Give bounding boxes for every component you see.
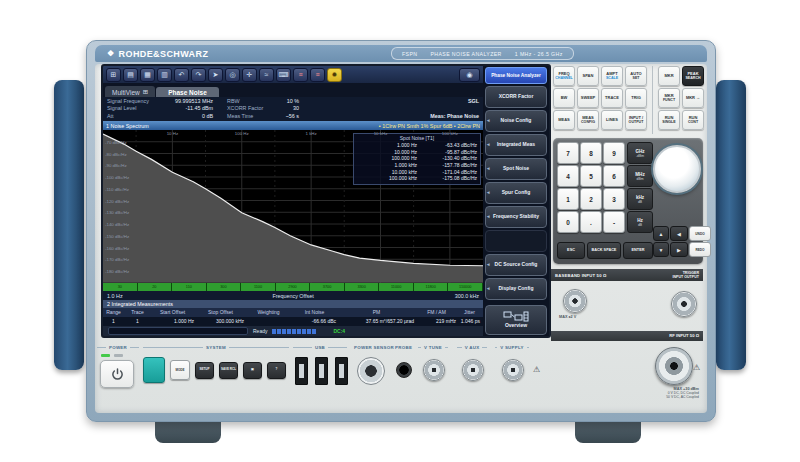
power-button[interactable] [100,360,134,388]
key-4[interactable]: 4 [557,165,579,187]
keyboard-icon[interactable]: ⌨ [276,68,291,82]
hardkey-freq-channel[interactable]: FREQCHANNEL [553,66,575,86]
hardkey-trig[interactable]: TRIG [625,88,647,108]
arrow-down-key[interactable]: ▼ [653,242,669,257]
progress-block [277,329,281,334]
hardkey-meas-config[interactable]: MEASCONFIG [577,110,599,130]
marker-icon[interactable]: ✛ [242,68,257,82]
softkey-spur-config[interactable]: ◂Spur Config [485,182,547,204]
softkey-integrated-meas[interactable]: ◂Integrated Meas [485,134,547,156]
select-icon[interactable]: ➤ [208,68,223,82]
rotary-knob[interactable] [653,145,701,193]
power-icon [111,368,124,381]
redo-button[interactable]: REDO [689,242,711,257]
windows-icon[interactable]: ⊞ [106,68,121,82]
softkey-dc-source-config[interactable]: ◂DC Source Config [485,254,547,276]
esc-key[interactable]: ESC [557,242,585,259]
key-khz[interactable]: kHzdB [627,188,653,210]
hardkey-peak-search[interactable]: PEAKSEARCH [682,66,704,86]
key-mhz[interactable]: MHzdBm [627,165,653,187]
softkey-noise-config[interactable]: ◂Noise Config [485,110,547,132]
hardkey-span[interactable]: SPAN [577,66,599,86]
tab-phase-noise[interactable]: Phase Noise [156,87,219,97]
xcorr-factor-label: XCORR Factor [227,105,273,112]
y-tick-label: -70 dBc/Hz [105,139,127,144]
key-hz[interactable]: HzdB [627,211,653,233]
undo-icon[interactable]: ↶ [174,68,189,82]
key-2[interactable]: 2 [580,188,602,210]
key-ghz[interactable]: GHz-dBm [627,142,653,164]
spot-noise-row: 100.000 kHz-175.08 dBc/Hz [357,175,477,182]
status-bar: Ready DC:4 [103,326,483,336]
key-6[interactable]: 6 [603,165,625,187]
print-icon[interactable]: ▥ [157,68,172,82]
help-icon[interactable]: ✹ [327,68,342,82]
backspace-key[interactable]: BACK SPACE [587,242,621,259]
key-1[interactable]: 1 [557,188,579,210]
redo-icon[interactable]: ↷ [191,68,206,82]
trace-icon[interactable]: ≈ [259,68,274,82]
entry-field[interactable] [108,327,248,335]
zoom-icon[interactable]: ◎ [225,68,240,82]
tab-multiview-label: MultiView [112,89,140,96]
hardkey-mkr-funct[interactable]: MKRFUNCT [658,88,680,108]
tab-bar: MultiView ⊞ Phase Noise [103,83,483,97]
softkey-frequency-stability[interactable]: ◂Frequency Stability [485,206,547,228]
softkey-overview[interactable]: Overview [485,305,547,335]
key-8[interactable]: 8 [580,142,602,164]
key-minus[interactable]: - [603,211,625,233]
hardkey-bw[interactable]: BW [553,88,575,108]
softkey-spot-noise[interactable]: ◂Spot Noise [485,158,547,180]
preset-button[interactable] [143,357,165,383]
dc-config-icon[interactable]: ≡ [310,68,325,82]
hardkey-trace[interactable]: TRACE [601,88,623,108]
arrow-up-key[interactable]: ▲ [653,226,669,241]
instrument-front-panel: ❖ ROHDE&SCHWARZ FSPN PHASE NOISE ANALYZE… [0,0,800,462]
arrow-right-key[interactable]: ▶ [670,242,688,257]
undo-button[interactable]: UNDO [689,226,711,241]
column-header: Trace [127,308,151,317]
measurement-info: Signal Frequency 99.999513 MHz RBW 10 % … [103,97,483,121]
progress-block [297,329,301,334]
hardkey-mkr[interactable]: MKR [658,66,680,86]
hardkey-ampt-scale[interactable]: AMPTSCALE [601,66,623,86]
softkey-display-config[interactable]: ◂Display Config [485,278,547,300]
tab-multiview[interactable]: MultiView ⊞ [105,86,155,97]
softkey-xcorr-factor[interactable]: XCORR Factor [485,86,547,108]
key-9[interactable]: 9 [603,142,625,164]
help-button[interactable]: ? [267,362,286,379]
dc-source-icon[interactable]: ≡ [293,68,308,82]
hardkey-lines[interactable]: LINES [601,110,623,130]
hardkey-mkr[interactable]: MKR → [682,88,704,108]
save-rcl-button[interactable]: SAVE RCL [219,362,238,379]
meas-time-label: Meas Time [227,113,273,120]
camera-icon[interactable]: ◉ [459,68,480,82]
key-0[interactable]: 0 [557,211,579,233]
hardkey-group-right: MKRPEAKSEARCHMKRFUNCTMKR →RUNSINGLERUNCO… [652,66,704,134]
xcorr-factor-value: 30 [273,105,299,112]
key-5[interactable]: 5 [580,165,602,187]
enter-key[interactable]: ENTER [623,242,653,259]
cell: -66.66 dBc [293,317,339,326]
hardkey-run-single[interactable]: RUNSINGLE [658,110,680,130]
display-button[interactable]: ▣ [243,362,262,379]
hardkey-input-output[interactable]: INPUT /OUTPUT [625,110,647,130]
setup-button[interactable]: SETUP [195,362,214,379]
y-tick-label: -120 dBc/Hz [105,198,129,203]
hardkey-run-cont[interactable]: RUNCONT [682,110,704,130]
key-7[interactable]: 7 [557,142,579,164]
save-icon[interactable]: ▦ [140,68,155,82]
hardkey-sweep[interactable]: SWEEP [577,88,599,108]
hardkey-meas[interactable]: MEAS [553,110,575,130]
column-header: Range [103,308,127,317]
v-supply-label: V SUPPLY [495,343,529,351]
column-header: FM / AM [417,308,459,317]
key-3[interactable]: 3 [603,188,625,210]
signal-level-value: -11.45 dBm [163,105,213,112]
open-icon[interactable]: ▤ [123,68,138,82]
arrow-left-key[interactable]: ◀ [670,226,688,241]
spot-noise-row: 1.000 Hz-63.43 dBc/Hz [357,142,477,149]
hardkey-auto-set[interactable]: AUTOSET [625,66,647,86]
key-dot[interactable]: . [580,211,602,233]
mode-button[interactable]: MODE [170,360,190,380]
